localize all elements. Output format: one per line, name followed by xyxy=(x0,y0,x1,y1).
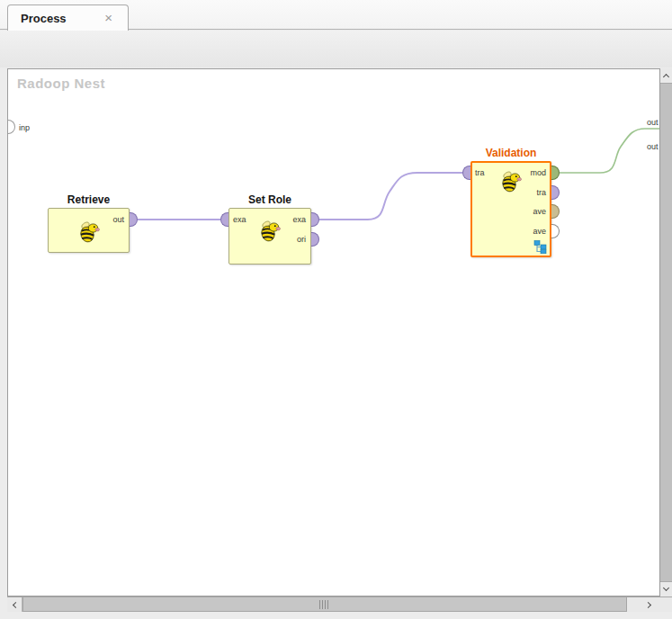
operator-title: Retrieve xyxy=(30,193,148,206)
process-toolbar: Process ▶ Radoop Nest ▶ 100% 1:1 xyxy=(0,31,672,67)
operator-retrieve[interactable]: Retrieve out xyxy=(48,208,130,253)
output-port-label: out xyxy=(647,142,659,151)
port-tra-in[interactable] xyxy=(462,166,470,180)
scrollbar-grip xyxy=(319,600,330,609)
port-exa-in[interactable] xyxy=(220,212,228,227)
port-label: mod xyxy=(530,169,546,177)
port-label: ave xyxy=(533,228,546,236)
tab-title: Process xyxy=(21,12,67,25)
subprocess-icon[interactable] xyxy=(533,239,547,254)
scroll-down-icon[interactable] xyxy=(660,581,672,597)
scroll-right-icon[interactable] xyxy=(627,597,672,612)
horizontal-scrollbar-thumb[interactable] xyxy=(22,597,627,612)
output-port-label: out xyxy=(647,118,659,127)
close-icon[interactable]: × xyxy=(104,10,112,25)
operator-validation[interactable]: Validation tra mod tra ave ave xyxy=(470,161,551,257)
process-canvas[interactable]: Radoop Nest inp out out Retrieve out Set… xyxy=(7,68,665,597)
port-label: out xyxy=(112,216,124,224)
scroll-up-icon[interactable] xyxy=(660,68,672,84)
wire-setrole-to-validation[interactable] xyxy=(319,173,462,220)
port-label: ave xyxy=(533,208,546,216)
operator-set-role[interactable]: Set Role exa exa ori xyxy=(228,208,311,265)
port-label: exa xyxy=(292,216,306,224)
scroll-left-icon[interactable] xyxy=(7,597,22,612)
bee-icon xyxy=(76,218,103,245)
input-port-label: inp xyxy=(19,123,30,132)
tab-bar: Process × xyxy=(0,0,672,30)
port-label: ori xyxy=(297,236,306,244)
bee-icon xyxy=(256,217,283,244)
tab-process[interactable]: Process × xyxy=(7,4,129,31)
bee-icon xyxy=(497,167,524,194)
port-label: tra xyxy=(536,189,546,197)
port-label: tra xyxy=(475,169,485,177)
horizontal-scrollbar[interactable] xyxy=(7,597,672,612)
operator-title: Set Role xyxy=(211,193,329,206)
vertical-scrollbar[interactable] xyxy=(659,68,672,597)
port-label: exa xyxy=(233,216,246,224)
operator-title: Validation xyxy=(452,147,569,159)
